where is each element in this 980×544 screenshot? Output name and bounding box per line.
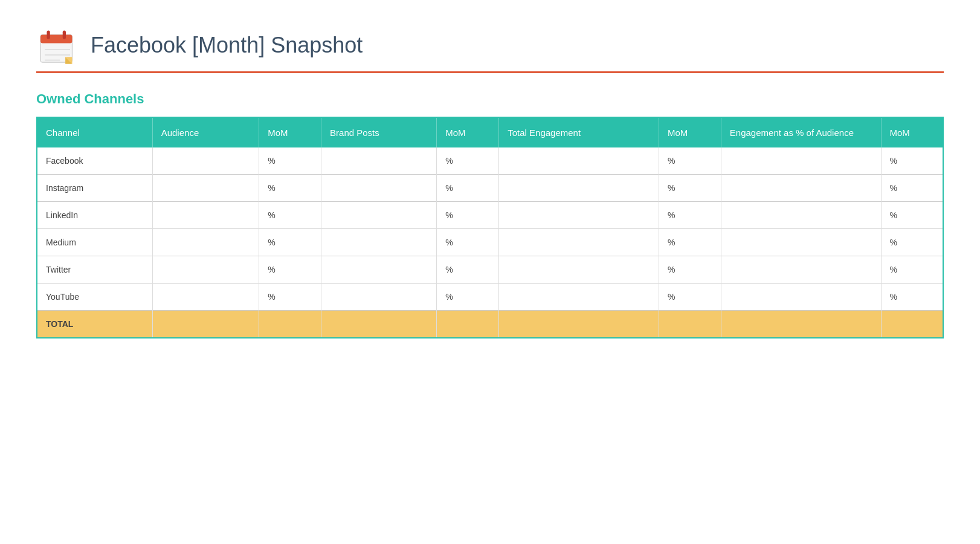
cell-mom-3: [659, 311, 721, 338]
cell-channel: Facebook: [37, 147, 152, 175]
cell-mom-3: %: [659, 175, 721, 202]
cell-total-engagement: [499, 283, 659, 311]
cell-channel: YouTube: [37, 283, 152, 311]
cell-brand-posts: [321, 256, 437, 283]
cell-mom-1: %: [259, 202, 321, 229]
cell-eng-pct: [721, 147, 881, 175]
cell-audience: [152, 256, 259, 283]
cell-audience: [152, 175, 259, 202]
table-header-row: Channel Audience MoM Brand Posts MoM Tot…: [37, 117, 943, 147]
cell-mom-1: %: [259, 229, 321, 256]
cell-mom-2: %: [437, 175, 499, 202]
cell-mom-2: %: [437, 283, 499, 311]
cell-audience: [152, 202, 259, 229]
cell-brand-posts: [321, 175, 437, 202]
cell-eng-pct: [721, 202, 881, 229]
col-header-mom-2: MoM: [437, 117, 499, 147]
cell-mom-3: %: [659, 283, 721, 311]
cell-total-engagement: [499, 202, 659, 229]
svg-rect-2: [47, 31, 50, 39]
cell-mom-2: %: [437, 229, 499, 256]
page-title: Facebook [Month] Snapshot: [91, 33, 363, 58]
table-row: Medium%%%%: [37, 229, 943, 256]
table-row: Instagram%%%%: [37, 175, 943, 202]
svg-rect-3: [63, 31, 66, 39]
cell-mom-1: [259, 311, 321, 338]
table-row: TOTAL: [37, 311, 943, 338]
cell-eng-pct: [721, 311, 881, 338]
cell-mom-4: [881, 311, 943, 338]
cell-mom-2: %: [437, 202, 499, 229]
cell-eng-pct: [721, 283, 881, 311]
svg-rect-1: [40, 35, 73, 44]
col-header-channel: Channel: [37, 117, 152, 147]
col-header-engagement-pct: Engagement as % of Audience: [721, 117, 881, 147]
col-header-total-engagement: Total Engagement: [499, 117, 659, 147]
table-row: YouTube%%%%: [37, 283, 943, 311]
table-row: Facebook%%%%: [37, 147, 943, 175]
cell-channel: Medium: [37, 229, 152, 256]
cell-eng-pct: [721, 229, 881, 256]
cell-audience: [152, 229, 259, 256]
cell-brand-posts: [321, 311, 437, 338]
cell-audience: [152, 147, 259, 175]
cell-mom-2: %: [437, 256, 499, 283]
cell-brand-posts: [321, 283, 437, 311]
cell-eng-pct: [721, 256, 881, 283]
cell-brand-posts: [321, 202, 437, 229]
cell-mom-2: [437, 311, 499, 338]
col-header-brand-posts: Brand Posts: [321, 117, 437, 147]
cell-channel: LinkedIn: [37, 202, 152, 229]
cell-total-engagement: [499, 175, 659, 202]
cell-mom-1: %: [259, 175, 321, 202]
header-divider: [36, 71, 944, 73]
cell-mom-1: %: [259, 256, 321, 283]
cell-channel: TOTAL: [37, 311, 152, 338]
cell-mom-3: %: [659, 202, 721, 229]
calendar-icon: [36, 24, 79, 66]
cell-eng-pct: [721, 175, 881, 202]
cell-mom-1: %: [259, 283, 321, 311]
cell-brand-posts: [321, 229, 437, 256]
cell-mom-4: %: [881, 202, 943, 229]
cell-mom-3: %: [659, 147, 721, 175]
cell-mom-3: %: [659, 256, 721, 283]
page-header: Facebook [Month] Snapshot: [36, 24, 944, 66]
cell-total-engagement: [499, 229, 659, 256]
cell-audience: [152, 283, 259, 311]
owned-channels-table: Channel Audience MoM Brand Posts MoM Tot…: [36, 117, 944, 338]
section-title: Owned Channels: [36, 91, 944, 107]
table-row: LinkedIn%%%%: [37, 202, 943, 229]
cell-channel: Instagram: [37, 175, 152, 202]
col-header-audience: Audience: [152, 117, 259, 147]
col-header-mom-4: MoM: [881, 117, 943, 147]
col-header-mom-3: MoM: [659, 117, 721, 147]
cell-mom-2: %: [437, 147, 499, 175]
table-row: Twitter%%%%: [37, 256, 943, 283]
cell-mom-4: %: [881, 147, 943, 175]
cell-total-engagement: [499, 311, 659, 338]
cell-mom-4: %: [881, 229, 943, 256]
cell-total-engagement: [499, 147, 659, 175]
cell-channel: Twitter: [37, 256, 152, 283]
col-header-mom-1: MoM: [259, 117, 321, 147]
cell-brand-posts: [321, 147, 437, 175]
cell-audience: [152, 311, 259, 338]
cell-total-engagement: [499, 256, 659, 283]
cell-mom-4: %: [881, 175, 943, 202]
cell-mom-4: %: [881, 283, 943, 311]
cell-mom-4: %: [881, 256, 943, 283]
cell-mom-1: %: [259, 147, 321, 175]
cell-mom-3: %: [659, 229, 721, 256]
